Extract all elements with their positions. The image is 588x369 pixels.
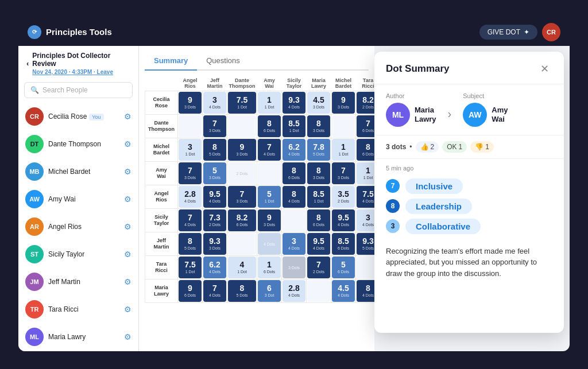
- grid-cell[interactable]: [257, 162, 282, 185]
- grid-cell[interactable]: 85 Dots: [227, 279, 257, 303]
- person-item[interactable]: CRCecilia RoseYou⚙: [18, 103, 138, 130]
- grid-cell[interactable]: 86 Dots: [282, 162, 307, 185]
- close-button[interactable]: ✕: [536, 61, 552, 77]
- grid-cell[interactable]: 9.54 Dots: [203, 185, 227, 209]
- grid-cell[interactable]: 73 Dots: [227, 185, 257, 209]
- grid-cell[interactable]: 34 Dots: [282, 232, 307, 256]
- grid-cell[interactable]: 7.51 Dot: [178, 256, 203, 279]
- grid-cell[interactable]: 74 Dots: [178, 209, 203, 232]
- grid-cell[interactable]: [356, 256, 375, 279]
- grid-cell[interactable]: 83 Dots: [307, 162, 331, 185]
- grid-cell[interactable]: 56 Dots: [331, 256, 356, 279]
- grid-cell[interactable]: 74 Dots: [203, 279, 227, 303]
- dislike-reaction-button[interactable]: 👎 1: [470, 141, 494, 153]
- grid-cell[interactable]: 96 Dots: [178, 279, 203, 303]
- grid-cell[interactable]: 73 Dots: [203, 115, 227, 138]
- grid-cell[interactable]: 8.26 Dots: [227, 209, 257, 232]
- nav-user-avatar[interactable]: CR: [542, 23, 560, 41]
- grid-cell[interactable]: 3 Dots: [282, 256, 307, 279]
- grid-cell[interactable]: 9.34 Dots: [282, 91, 307, 115]
- grid-cell[interactable]: 11 Dot: [331, 138, 356, 162]
- grid-cell[interactable]: 34 Dots: [203, 91, 227, 115]
- person-settings-icon[interactable]: ⚙: [124, 195, 131, 204]
- person-settings-icon[interactable]: ⚙: [124, 112, 131, 121]
- grid-cell[interactable]: 8.22 Dots: [356, 91, 375, 115]
- grid-cell[interactable]: 16 Dots: [257, 256, 282, 279]
- grid-cell[interactable]: 7.51 Dot: [227, 91, 257, 115]
- person-item[interactable]: TRTara Ricci⚙: [18, 296, 138, 323]
- grid-cell[interactable]: 7.85 Dots: [307, 138, 331, 162]
- grid-cell[interactable]: 6.24 Dots: [282, 138, 307, 162]
- grid-cell[interactable]: 9.54 Dots: [331, 209, 356, 232]
- grid-cell[interactable]: 8.56 Dots: [331, 232, 356, 256]
- search-box[interactable]: 🔍 Search People: [24, 82, 133, 98]
- grid-cell[interactable]: [307, 279, 331, 303]
- back-button[interactable]: ‹ Principles Dot Collector Review Nov 24…: [18, 46, 138, 77]
- grid-cell[interactable]: 7.54 Dots: [356, 185, 375, 209]
- grid-cell[interactable]: 4 Dots: [257, 232, 282, 256]
- person-item[interactable]: ARAngel Rios⚙: [18, 213, 138, 240]
- grid-cell[interactable]: 85 Dots: [178, 232, 203, 256]
- grid-cell[interactable]: 8.51 Dot: [282, 115, 307, 138]
- grid-cell[interactable]: 76 Dots: [356, 115, 375, 138]
- grid-cell[interactable]: 85 Dots: [203, 138, 227, 162]
- grid-cell[interactable]: 4.54 Dots: [331, 279, 356, 303]
- tab-summary[interactable]: Summary: [145, 52, 197, 71]
- person-item[interactable]: MLMaria Lawry⚙: [18, 323, 138, 351]
- grid-cell[interactable]: 2 Dots: [227, 162, 257, 185]
- grid-cell[interactable]: 93 Dots: [257, 209, 282, 232]
- like-reaction-button[interactable]: 👍 2: [416, 141, 439, 153]
- grid-cell[interactable]: 93 Dots: [227, 138, 257, 162]
- grid-cell[interactable]: 86 Dots: [257, 115, 282, 138]
- grid-cell[interactable]: [331, 115, 356, 138]
- grid-cell[interactable]: [227, 115, 257, 138]
- give-dot-button[interactable]: GIVE DOT ✦: [479, 25, 537, 40]
- grid-cell[interactable]: [227, 232, 257, 256]
- grid-cell[interactable]: 84 Dots: [356, 279, 375, 303]
- person-settings-icon[interactable]: ⚙: [124, 167, 131, 176]
- person-settings-icon[interactable]: ⚙: [124, 277, 131, 286]
- person-item[interactable]: JMJeff Martin⚙: [18, 268, 138, 296]
- grid-cell[interactable]: 41 Dot: [227, 256, 257, 279]
- grid-cell[interactable]: 53 Dots: [203, 162, 227, 185]
- grid-cell[interactable]: 74 Dots: [257, 138, 282, 162]
- person-settings-icon[interactable]: ⚙: [124, 250, 131, 259]
- person-settings-icon[interactable]: ⚙: [124, 332, 131, 341]
- grid-cell[interactable]: 11 Dot: [356, 162, 375, 185]
- grid-cell[interactable]: 34 Dots: [356, 209, 375, 232]
- grid-cell[interactable]: 9.33 Dots: [203, 232, 227, 256]
- person-settings-icon[interactable]: ⚙: [124, 139, 131, 149]
- grid-cell[interactable]: 3.52 Dots: [331, 185, 356, 209]
- grid-cell[interactable]: 86 Dots: [307, 209, 331, 232]
- grid-cell[interactable]: 84 Dots: [282, 185, 307, 209]
- tab-questions[interactable]: Questions: [197, 52, 249, 69]
- grid-cell[interactable]: 6.24 Dots: [203, 256, 227, 279]
- grid-cell[interactable]: 2.84 Dots: [282, 279, 307, 303]
- person-item[interactable]: DTDante Thompson⚙: [18, 130, 138, 158]
- grid-cell[interactable]: 51 Dot: [257, 185, 282, 209]
- person-item[interactable]: MBMichel Bardet⚙: [18, 158, 138, 185]
- grid-cell[interactable]: 9.35 Dots: [356, 232, 375, 256]
- person-item[interactable]: AWAmy Wai⚙: [18, 185, 138, 213]
- person-settings-icon[interactable]: ⚙: [124, 305, 131, 314]
- grid-cell[interactable]: 8.51 Dot: [307, 185, 331, 209]
- person-item[interactable]: STSicily Taylor⚙: [18, 240, 138, 268]
- grid-cell[interactable]: 83 Dots: [307, 115, 331, 138]
- grid-cell[interactable]: 73 Dots: [331, 162, 356, 185]
- grid-cell[interactable]: [282, 209, 307, 232]
- grid-cell[interactable]: 93 Dots: [331, 91, 356, 115]
- grid-cell[interactable]: [178, 115, 203, 138]
- grid-cell[interactable]: 11 Dot: [257, 91, 282, 115]
- grid-cell[interactable]: 2.84 Dots: [178, 185, 203, 209]
- grid-cell[interactable]: 7.32 Dots: [203, 209, 227, 232]
- grid-cell[interactable]: 86 Dots: [356, 138, 375, 162]
- grid-cell[interactable]: 73 Dots: [178, 162, 203, 185]
- grid-cell[interactable]: 31 Dot: [178, 138, 203, 162]
- grid-cell[interactable]: 72 Dots: [307, 256, 331, 279]
- ok-reaction-button[interactable]: OK 1: [442, 141, 467, 153]
- grid-cell[interactable]: 63 Dot: [257, 279, 282, 303]
- grid-cell[interactable]: 4.53 Dots: [307, 91, 331, 115]
- person-settings-icon[interactable]: ⚙: [124, 222, 131, 231]
- grid-cell[interactable]: 9.54 Dots: [307, 232, 331, 256]
- grid-cell[interactable]: 93 Dots: [178, 91, 203, 115]
